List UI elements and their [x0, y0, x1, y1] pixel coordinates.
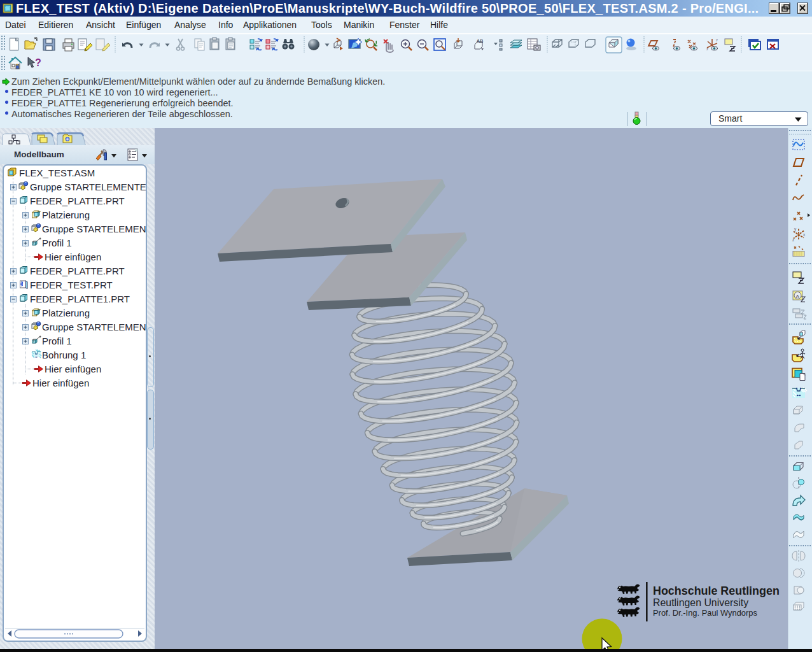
svg-text:Prof. Dr.-Ing. Paul Wyndorps: Prof. Dr.-Ing. Paul Wyndorps [653, 608, 757, 618]
svg-text:y: y [716, 38, 718, 41]
svg-text:y: y [794, 227, 797, 232]
svg-text:Hochschule Reutlingen: Hochschule Reutlingen [653, 585, 780, 597]
svg-text:?: ? [35, 57, 41, 68]
svg-text:Reutlingen University: Reutlingen University [653, 597, 748, 608]
svg-text:x: x [803, 232, 806, 237]
svg-text:A: A [796, 294, 800, 299]
svg-text:AB: AB [477, 38, 484, 44]
svg-text:z: z [706, 47, 708, 51]
svg-text:z: z [792, 237, 794, 242]
